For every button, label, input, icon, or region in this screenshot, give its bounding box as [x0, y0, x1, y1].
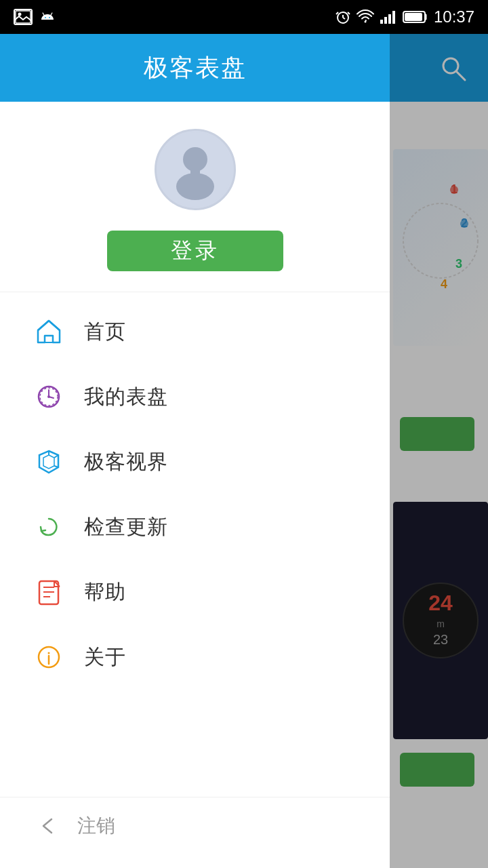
menu-item-about[interactable]: 关于	[0, 625, 390, 690]
signal-icon	[380, 9, 397, 25]
svg-marker-41	[43, 455, 54, 469]
battery-icon	[403, 9, 428, 24]
menu-item-home[interactable]: 首页	[0, 299, 390, 364]
back-arrow-icon	[34, 811, 64, 841]
avatar	[155, 129, 236, 210]
svg-rect-34	[45, 336, 53, 342]
menu-item-geek[interactable]: 极客视界	[0, 429, 390, 494]
watchface-icon	[34, 382, 64, 412]
menu-item-watchface[interactable]: 我的表盘	[0, 364, 390, 429]
login-button[interactable]: 登录	[107, 231, 283, 271]
status-bar-right-icons: 10:37	[335, 7, 474, 26]
update-icon	[34, 512, 64, 542]
geek-icon	[34, 447, 64, 477]
menu-label-update: 检查更新	[84, 513, 168, 541]
status-time: 10:37	[434, 7, 474, 26]
about-icon	[34, 642, 64, 672]
avatar-icon	[157, 131, 234, 208]
drawer-footer-cancel[interactable]: 注销	[0, 797, 390, 868]
menu-label-help: 帮助	[84, 578, 126, 606]
avatar-person-icon	[158, 132, 232, 207]
svg-rect-31	[190, 170, 200, 178]
drawer-header: 极客表盘	[0, 34, 390, 102]
menu-label-home: 首页	[84, 318, 126, 346]
status-bar: 10:37	[0, 0, 488, 34]
drawer-panel: 极客表盘 登录	[0, 34, 390, 868]
profile-section: 登录	[0, 102, 390, 292]
svg-rect-12	[392, 11, 395, 24]
home-icon	[34, 317, 64, 347]
menu-item-update[interactable]: 检查更新	[0, 494, 390, 559]
cancel-label: 注销	[77, 813, 115, 839]
svg-rect-0	[14, 9, 32, 24]
menu-label-about: 关于	[84, 644, 126, 671]
svg-point-8	[364, 21, 366, 23]
menu-label-geek: 极客视界	[84, 448, 168, 476]
alarm-icon	[335, 9, 351, 25]
wifi-icon	[357, 9, 374, 25]
svg-point-3	[45, 17, 46, 18]
help-icon	[34, 577, 64, 607]
gallery-icon	[14, 9, 33, 25]
svg-point-4	[49, 17, 50, 18]
menu-label-watchface: 我的表盘	[84, 383, 168, 411]
svg-line-7	[343, 18, 345, 19]
android-icon	[39, 9, 56, 25]
status-bar-left-icons	[14, 9, 56, 25]
menu-list: 首页 我的表盘	[0, 292, 390, 797]
svg-rect-11	[388, 14, 391, 24]
svg-point-2	[18, 13, 22, 16]
svg-marker-32	[38, 321, 60, 342]
svg-point-29	[183, 147, 207, 172]
svg-rect-14	[405, 13, 422, 21]
svg-point-51	[48, 652, 50, 654]
drawer-title: 极客表盘	[144, 52, 247, 85]
menu-item-help[interactable]: 帮助	[0, 559, 390, 625]
svg-rect-10	[384, 17, 387, 24]
svg-rect-9	[380, 20, 383, 24]
